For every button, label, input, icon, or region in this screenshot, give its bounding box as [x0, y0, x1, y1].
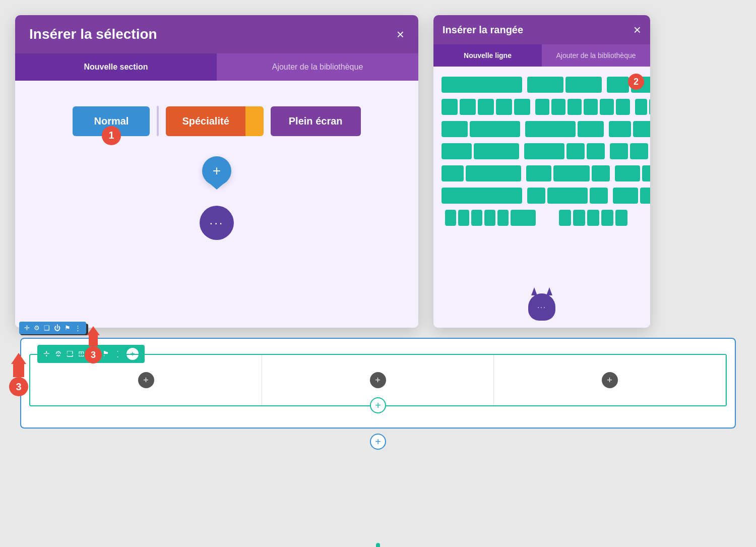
tab-ajouter-bibliotheque[interactable]: Ajouter de la bibliothèque: [217, 53, 418, 81]
layout-row-6: [442, 188, 642, 204]
badge-3-left: 3: [9, 377, 28, 396]
layout-three-wide-b[interactable]: [613, 188, 650, 204]
normal-btn-wrapper: Normal 1: [73, 106, 150, 136]
layout-narrow-mix-a[interactable]: [535, 99, 630, 115]
section-type-buttons: Normal 1 Spécialité Plein écran: [73, 106, 360, 136]
add-section-wrapper: +: [20, 434, 736, 450]
plus-icon: +: [213, 163, 221, 179]
layout-asym-e[interactable]: [524, 143, 605, 159]
btn-plein-ecran[interactable]: Plein écran: [271, 106, 361, 136]
layout-asym-h[interactable]: [526, 165, 610, 181]
badge-1: 1: [102, 126, 121, 145]
badge-arrow-3-inner: 3: [85, 326, 102, 363]
modal-title-insert: Insérer la sélection: [29, 26, 157, 42]
row-content: + + + +: [29, 354, 727, 406]
divider: [157, 106, 159, 136]
layout-asym-d[interactable]: [442, 143, 519, 159]
add-col-button-2[interactable]: +: [370, 372, 386, 388]
layout-asym-g[interactable]: [442, 165, 521, 181]
bottom-section-wrapper: glages de la section ✛ ⚙ ❑ ⏻ ⚑ ⋮ 3 ✛ ⚙ ❑…: [20, 338, 736, 450]
tab-ajouter-bibliotheque-row[interactable]: Ajouter de la bibliothèque: [542, 44, 650, 67]
row-modal-body: 2: [433, 67, 650, 286]
layout-narrow-mix-b[interactable]: [635, 99, 650, 115]
cat-icon: ···: [528, 293, 555, 321]
outer-move-icon[interactable]: ✛: [24, 324, 30, 332]
outer-trash-icon[interactable]: ⚑: [65, 324, 71, 332]
layout-row-3: [442, 121, 642, 137]
layout-row-7: [442, 210, 642, 226]
bottom-section: ✛ ⚙ ❑ ⊞ ⏻ ⚑ ⋮ + 3 + +: [20, 338, 736, 429]
layout-4col[interactable]: [442, 99, 530, 115]
layout-asym-a[interactable]: [442, 121, 520, 137]
add-row-button[interactable]: +: [202, 156, 231, 186]
outer-settings-icon[interactable]: ⚙: [34, 324, 40, 332]
cat-mascot: ···: [528, 293, 555, 321]
outer-duplicate-icon[interactable]: ❑: [44, 324, 50, 332]
ellipsis-icon: ···: [209, 216, 224, 230]
inner-row-wrapper: ✛ ⚙ ❑ ⊞ ⏻ ⚑ ⋮ + 3 + +: [29, 354, 727, 406]
outer-more-icon[interactable]: ⋮: [75, 324, 81, 332]
badge-2: 2: [628, 74, 644, 90]
layout-row-4: [442, 143, 642, 159]
layout-row-1: [442, 77, 642, 93]
add-row-bottom-button[interactable]: +: [370, 397, 386, 413]
tab-nouvelle-ligne[interactable]: Nouvelle ligne: [433, 44, 542, 67]
close-icon-insert[interactable]: ×: [397, 28, 404, 41]
layout-multiblock-b[interactable]: [544, 210, 642, 226]
btn-specialite[interactable]: Spécialité: [166, 106, 245, 136]
close-icon-row[interactable]: ×: [634, 23, 641, 36]
badge-arrow-3-left: 3: [9, 353, 28, 396]
add-col-button-1[interactable]: +: [138, 372, 154, 388]
col-cell-3: +: [494, 355, 726, 405]
row-modal-footer: ···: [433, 286, 650, 328]
specialite-btn-wrapper: Spécialité: [166, 106, 263, 136]
row-tabs: Nouvelle ligne Ajouter de la bibliothèqu…: [433, 44, 650, 67]
layout-multiblock[interactable]: [442, 210, 539, 226]
row-modal-title: Insérer la rangée: [443, 24, 523, 36]
insert-selection-modal: Insérer la sélection × Nouvelle section …: [15, 15, 418, 328]
insert-tabs: Nouvelle section Ajouter de la bibliothè…: [15, 53, 418, 81]
layout-1col[interactable]: [442, 77, 522, 93]
add-col-button-3[interactable]: +: [602, 372, 618, 388]
col-cell-1: +: [30, 355, 262, 405]
layout-2col-a[interactable]: [527, 77, 602, 93]
outer-section-toolbar: ✛ ⚙ ❑ ⏻ ⚑ ⋮: [19, 322, 86, 334]
row-modal-header: Insérer la rangée ×: [433, 15, 650, 44]
dots-menu-button[interactable]: ···: [200, 206, 234, 240]
tab-nouvelle-section[interactable]: Nouvelle section: [15, 53, 217, 81]
layout-asym-b[interactable]: [525, 121, 604, 137]
layout-asym-f[interactable]: [610, 143, 650, 159]
layout-three-wide[interactable]: [527, 188, 608, 204]
cat-dots-icon: ···: [537, 303, 546, 311]
layout-asym-c[interactable]: [609, 121, 650, 137]
btn-specialite-side[interactable]: [245, 106, 264, 136]
layout-asym-i[interactable]: [615, 165, 650, 181]
layout-row-5: [442, 165, 642, 181]
layout-wide-a[interactable]: [442, 188, 522, 204]
layout-row-2: [442, 99, 642, 115]
badge-3-inner: 3: [85, 346, 102, 363]
insert-row-modal: Insérer la rangée × Nouvelle ligne Ajout…: [433, 15, 650, 328]
outer-power-icon[interactable]: ⏻: [54, 324, 60, 332]
modal-body-insert: Normal 1 Spécialité Plein écran + ···: [15, 81, 418, 328]
add-section-button[interactable]: +: [370, 434, 386, 450]
modal-header-insert: Insérer la sélection ×: [15, 15, 418, 53]
